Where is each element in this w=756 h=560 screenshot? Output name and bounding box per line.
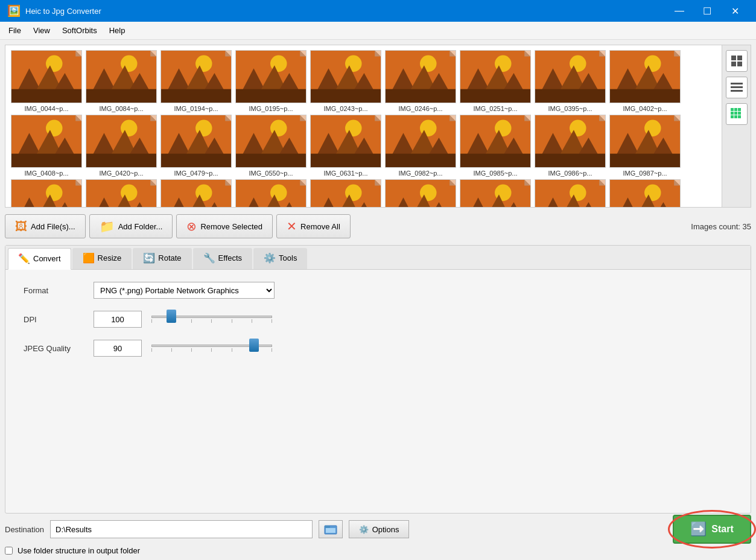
effects-tab-icon: 🔧 bbox=[203, 252, 215, 264]
image-thumb-13 bbox=[235, 115, 307, 168]
tab-resize[interactable]: 🟧 Resize bbox=[72, 248, 132, 269]
image-item-24[interactable]: IMG_0993~p... bbox=[384, 179, 457, 207]
image-thumb-1 bbox=[11, 50, 82, 103]
image-label-18: IMG_0987~p... bbox=[609, 170, 681, 177]
menu-view[interactable]: View bbox=[27, 24, 56, 37]
format-label: Format bbox=[24, 286, 84, 295]
image-item-25[interactable]: IMG_0994~p... bbox=[459, 179, 532, 207]
svg-rect-217 bbox=[737, 56, 742, 60]
start-label: Start bbox=[711, 524, 733, 535]
image-item-22[interactable]: IMG_0991~p... bbox=[235, 179, 307, 207]
image-item-26[interactable]: IMG_0995~p... bbox=[534, 179, 606, 207]
convert-panel: ✏️ Convert 🟧 Resize 🔄 Rotate 🔧 Effects ⚙… bbox=[5, 245, 751, 514]
image-item-13[interactable]: IMG_0550~p... bbox=[235, 115, 307, 177]
list-view-button[interactable] bbox=[726, 77, 748, 98]
image-thumb-8 bbox=[535, 50, 606, 103]
add-files-button[interactable]: 🖼 Add File(s)... bbox=[5, 214, 86, 238]
menu-file[interactable]: File bbox=[2, 24, 27, 37]
image-item-12[interactable]: IMG_0479~p... bbox=[160, 115, 232, 177]
image-item-8[interactable]: IMG_0395~p... bbox=[534, 50, 606, 112]
jpeg-quality-label: JPEG Quality bbox=[24, 344, 84, 353]
window-controls: — ☐ ✕ bbox=[665, 0, 749, 22]
destination-bar: Destination ⚙️ Options ➡️ Start bbox=[5, 517, 751, 541]
toolbar: 🖼 Add File(s)... 📁 Add Folder... ⊗ Remov… bbox=[5, 211, 751, 241]
image-item-3[interactable]: IMG_0194~p... bbox=[160, 50, 232, 112]
image-item-7[interactable]: IMG_0251~p... bbox=[459, 50, 532, 112]
add-folder-icon: 📁 bbox=[100, 219, 115, 234]
remove-all-button[interactable]: ✕ Remove All bbox=[276, 214, 351, 238]
image-item-6[interactable]: IMG_0246~p... bbox=[384, 50, 457, 112]
menu-softorbits[interactable]: SoftOrbits bbox=[56, 24, 103, 37]
large-grid-view-button[interactable] bbox=[726, 50, 748, 72]
start-button[interactable]: ➡️ Start bbox=[673, 515, 751, 544]
image-item-21[interactable]: IMG_0990~p... bbox=[160, 179, 232, 207]
svg-rect-224 bbox=[734, 108, 737, 111]
tab-effects[interactable]: 🔧 Effects bbox=[193, 248, 253, 269]
image-grid[interactable]: IMG_0044~p... bbox=[5, 45, 751, 207]
image-item-11[interactable]: IMG_0420~p... bbox=[85, 115, 157, 177]
image-label-5: IMG_0243~p... bbox=[310, 105, 381, 112]
add-folder-button[interactable]: 📁 Add Folder... bbox=[89, 214, 173, 238]
image-item-10[interactable]: IMG_0408~p... bbox=[10, 115, 83, 177]
tab-tools[interactable]: ⚙️ Tools bbox=[253, 248, 307, 269]
checkbox-row: Use folder structure in output folder bbox=[5, 546, 751, 555]
image-thumb-6 bbox=[385, 50, 456, 103]
image-item-2[interactable]: IMG_0084~p... bbox=[85, 50, 157, 112]
image-item-15[interactable]: IMG_0982~p... bbox=[384, 115, 457, 177]
image-item-17[interactable]: IMG_0986~p... bbox=[534, 115, 606, 177]
svg-rect-77 bbox=[11, 154, 81, 168]
image-label-7: IMG_0251~p... bbox=[460, 105, 531, 112]
start-icon: ➡️ bbox=[690, 521, 707, 537]
rotate-tab-label: Rotate bbox=[158, 253, 181, 262]
tab-convert[interactable]: ✏️ Convert bbox=[8, 248, 71, 270]
image-item-27[interactable]: IMG_0996~p... bbox=[609, 179, 681, 207]
destination-input[interactable] bbox=[50, 520, 313, 538]
close-button[interactable]: ✕ bbox=[721, 0, 749, 22]
svg-rect-231 bbox=[738, 115, 741, 118]
svg-rect-93 bbox=[161, 154, 231, 168]
minimize-button[interactable]: — bbox=[665, 0, 693, 22]
browse-icon bbox=[324, 523, 337, 536]
image-thumb-5 bbox=[310, 50, 381, 103]
svg-rect-61 bbox=[535, 89, 605, 103]
image-item-19[interactable]: IMG_0988~p... bbox=[10, 179, 83, 207]
maximize-button[interactable]: ☐ bbox=[693, 0, 721, 22]
image-item-16[interactable]: IMG_0985~p... bbox=[459, 115, 532, 177]
svg-rect-220 bbox=[731, 83, 743, 84]
image-item-9[interactable]: IMG_0402~p... bbox=[609, 50, 681, 112]
svg-rect-234 bbox=[326, 528, 335, 533]
remove-selected-icon: ⊗ bbox=[186, 219, 197, 234]
svg-rect-219 bbox=[737, 62, 742, 66]
dpi-input[interactable] bbox=[94, 311, 142, 328]
folder-structure-label[interactable]: Use folder structure in output folder bbox=[17, 546, 140, 555]
image-thumb-10 bbox=[11, 115, 82, 168]
right-sidebar bbox=[722, 45, 751, 207]
svg-rect-141 bbox=[610, 154, 680, 168]
dpi-slider-container bbox=[151, 316, 272, 323]
svg-rect-45 bbox=[386, 89, 456, 103]
remove-selected-button[interactable]: ⊗ Remove Selected bbox=[176, 214, 273, 238]
image-item-18[interactable]: IMG_0987~p... bbox=[609, 115, 681, 177]
image-thumb-12 bbox=[160, 115, 232, 168]
options-button[interactable]: ⚙️ Options bbox=[349, 520, 410, 538]
image-label-3: IMG_0194~p... bbox=[160, 105, 232, 112]
image-item-5[interactable]: IMG_0243~p... bbox=[310, 50, 382, 112]
small-grid-view-button[interactable] bbox=[726, 103, 748, 125]
svg-rect-29 bbox=[236, 89, 306, 103]
image-item-23[interactable]: IMG_0992~p... bbox=[310, 179, 382, 207]
destination-browse-button[interactable] bbox=[319, 520, 343, 538]
image-item-20[interactable]: IMG_0989~p... bbox=[85, 179, 157, 207]
tab-rotate[interactable]: 🔄 Rotate bbox=[133, 248, 191, 269]
image-item-1[interactable]: IMG_0044~p... bbox=[10, 50, 83, 112]
tools-tab-label: Tools bbox=[279, 253, 297, 262]
folder-structure-checkbox[interactable] bbox=[5, 547, 13, 555]
jpeg-quality-input[interactable] bbox=[94, 340, 142, 357]
menu-help[interactable]: Help bbox=[103, 24, 132, 37]
format-select[interactable]: PNG (*.png) Portable Network Graphics JP… bbox=[94, 282, 275, 299]
image-thumb-9 bbox=[609, 50, 681, 103]
image-item-14[interactable]: IMG_0631~p... bbox=[310, 115, 382, 177]
destination-label: Destination bbox=[5, 525, 44, 534]
image-item-4[interactable]: IMG_0195~p... bbox=[235, 50, 307, 112]
image-label-9: IMG_0402~p... bbox=[609, 105, 681, 112]
svg-rect-222 bbox=[731, 90, 743, 92]
